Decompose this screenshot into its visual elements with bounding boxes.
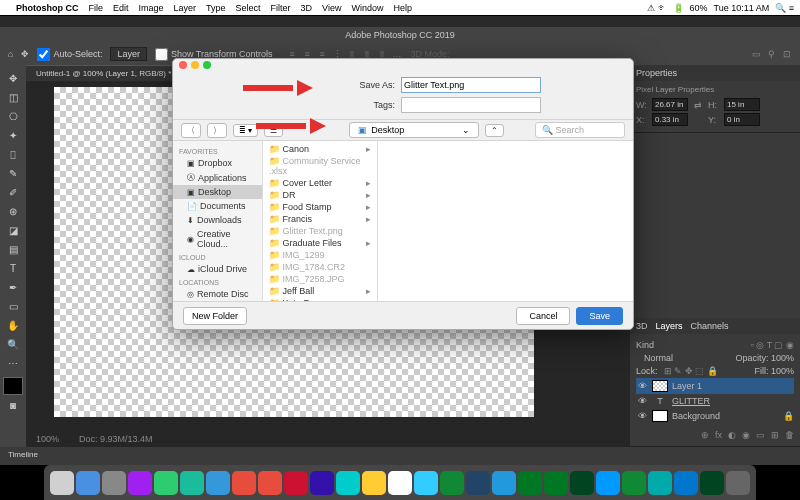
file-item[interactable]: 📁 Food Stamp▸ bbox=[263, 201, 377, 213]
dock-app[interactable] bbox=[492, 471, 516, 495]
dock-app[interactable] bbox=[518, 471, 542, 495]
layer-thumb[interactable] bbox=[652, 410, 668, 422]
menu-file[interactable]: File bbox=[89, 3, 104, 13]
dock-app[interactable] bbox=[700, 471, 724, 495]
dock-app[interactable] bbox=[726, 471, 750, 495]
app-name[interactable]: Photoshop CC bbox=[16, 3, 79, 13]
auto-select-check[interactable] bbox=[37, 48, 50, 61]
layer-row[interactable]: 👁TGLITTER bbox=[636, 394, 794, 408]
dock-app[interactable] bbox=[362, 471, 386, 495]
new-folder-button[interactable]: New Folder bbox=[183, 307, 247, 325]
blend-mode[interactable]: Normal bbox=[636, 352, 681, 364]
menu-image[interactable]: Image bbox=[139, 3, 164, 13]
wifi-icon[interactable]: ⚠︎ ᯤ bbox=[647, 3, 667, 13]
opacity[interactable]: Opacity: 100% bbox=[735, 353, 794, 363]
dock-app[interactable] bbox=[76, 471, 100, 495]
type-tool[interactable]: T bbox=[3, 259, 23, 277]
dock-app[interactable] bbox=[648, 471, 672, 495]
menu-window[interactable]: Window bbox=[351, 3, 383, 13]
quickmask-tool[interactable]: ◙ bbox=[3, 396, 23, 414]
edit-toolbar[interactable]: ⋯ bbox=[3, 354, 23, 372]
file-item[interactable]: 📁 Cover Letter▸ bbox=[263, 177, 377, 189]
menu-select[interactable]: Select bbox=[236, 3, 261, 13]
spotlight-icon[interactable]: 🔍 ≡ bbox=[775, 3, 794, 13]
dock-app[interactable] bbox=[128, 471, 152, 495]
layer-row[interactable]: 👁Background🔒 bbox=[636, 408, 794, 424]
dock-app[interactable] bbox=[232, 471, 256, 495]
menu-help[interactable]: Help bbox=[393, 3, 412, 13]
zoom-tool[interactable]: 🔍 bbox=[3, 335, 23, 353]
menu-type[interactable]: Type bbox=[206, 3, 226, 13]
layer-kind[interactable]: Kind bbox=[636, 340, 654, 350]
dock-app[interactable] bbox=[50, 471, 74, 495]
menu-view[interactable]: View bbox=[322, 3, 341, 13]
workspace-icons[interactable]: ▭⚲⊡ bbox=[751, 49, 792, 59]
dock-app[interactable] bbox=[284, 471, 308, 495]
shape-tool[interactable]: ▭ bbox=[3, 297, 23, 315]
dock-app[interactable] bbox=[622, 471, 646, 495]
move-tool-icon[interactable]: ✥ bbox=[21, 49, 29, 59]
marquee-tool[interactable]: ◫ bbox=[3, 88, 23, 106]
zoom-level[interactable]: 100% bbox=[36, 434, 59, 444]
dialog-traffic-lights[interactable] bbox=[173, 59, 633, 71]
sidebar-item-documents[interactable]: 📄 Documents bbox=[173, 199, 262, 213]
gradient-tool[interactable]: ▤ bbox=[3, 240, 23, 258]
dock-app[interactable] bbox=[154, 471, 178, 495]
sidebar-item-desktop[interactable]: ▣ Desktop bbox=[173, 185, 262, 199]
battery-icon[interactable]: 🔋 bbox=[673, 3, 684, 13]
3d-tab[interactable]: 3D bbox=[636, 321, 648, 331]
dock-app[interactable] bbox=[206, 471, 230, 495]
window-traffic-lights[interactable] bbox=[0, 15, 800, 27]
menu-filter[interactable]: Filter bbox=[271, 3, 291, 13]
dock-app[interactable] bbox=[596, 471, 620, 495]
visibility-icon[interactable]: 👁 bbox=[636, 411, 648, 421]
hand-tool[interactable]: ✋ bbox=[3, 316, 23, 334]
dock-app[interactable] bbox=[336, 471, 360, 495]
eraser-tool[interactable]: ◪ bbox=[3, 221, 23, 239]
clock[interactable]: Tue 10:11 AM bbox=[714, 3, 770, 13]
file-item[interactable]: 📁 Graduate Files▸ bbox=[263, 237, 377, 249]
pen-tool[interactable]: ✒ bbox=[3, 278, 23, 296]
brush-tool[interactable]: ✐ bbox=[3, 183, 23, 201]
save-button[interactable]: Save bbox=[576, 307, 623, 325]
timeline-panel[interactable]: Timeline bbox=[0, 447, 800, 465]
layer-row[interactable]: 👁Layer 1 bbox=[636, 378, 794, 394]
save-as-input[interactable] bbox=[401, 77, 541, 93]
dock-app[interactable] bbox=[414, 471, 438, 495]
crop-tool[interactable]: ⌷ bbox=[3, 145, 23, 163]
file-item[interactable]: 📁 DR▸ bbox=[263, 189, 377, 201]
eyedropper-tool[interactable]: ✎ bbox=[3, 164, 23, 182]
prop-y[interactable] bbox=[724, 113, 760, 126]
fg-bg-color[interactable] bbox=[3, 377, 23, 395]
sidebar-item-remote[interactable]: ◎ Remote Disc bbox=[173, 287, 262, 301]
sidebar-item-creativecloud[interactable]: ◉ Creative Cloud... bbox=[173, 227, 262, 251]
visibility-icon[interactable]: 👁 bbox=[636, 381, 648, 391]
file-item[interactable]: 📁 Canon▸ bbox=[263, 143, 377, 155]
show-transform-check[interactable] bbox=[155, 48, 168, 61]
dock-app[interactable] bbox=[674, 471, 698, 495]
layers-tab[interactable]: Layers bbox=[656, 321, 683, 331]
sidebar-item-applications[interactable]: Ⓐ Applications bbox=[173, 170, 262, 185]
dock-app[interactable] bbox=[258, 471, 282, 495]
prop-x[interactable] bbox=[652, 113, 688, 126]
tags-input[interactable] bbox=[401, 97, 541, 113]
dock-app[interactable] bbox=[544, 471, 568, 495]
dock-app[interactable] bbox=[310, 471, 334, 495]
prop-w[interactable] bbox=[652, 98, 688, 111]
file-item[interactable]: 📁 Francis▸ bbox=[263, 213, 377, 225]
view-mode[interactable]: ≣ ▾ bbox=[233, 124, 258, 137]
document-tab[interactable]: Untitled-1 @ 100% (Layer 1, RGB/8) * bbox=[26, 65, 181, 81]
dock-app[interactable] bbox=[570, 471, 594, 495]
channels-tab[interactable]: Channels bbox=[691, 321, 729, 331]
dock-app[interactable] bbox=[440, 471, 464, 495]
stamp-tool[interactable]: ⊛ bbox=[3, 202, 23, 220]
layer-thumb[interactable] bbox=[652, 380, 668, 392]
sidebar-item-downloads[interactable]: ⬇ Downloads bbox=[173, 213, 262, 227]
back-button[interactable]: 〈 bbox=[181, 123, 201, 138]
menu-edit[interactable]: Edit bbox=[113, 3, 129, 13]
dock-app[interactable] bbox=[388, 471, 412, 495]
menu-layer[interactable]: Layer bbox=[174, 3, 197, 13]
layer-actions[interactable]: ⊕fx◐◉▭⊞🗑 bbox=[636, 430, 794, 440]
visibility-icon[interactable]: 👁 bbox=[636, 396, 648, 406]
sidebar-item-dropbox[interactable]: ▣ Dropbox bbox=[173, 156, 262, 170]
